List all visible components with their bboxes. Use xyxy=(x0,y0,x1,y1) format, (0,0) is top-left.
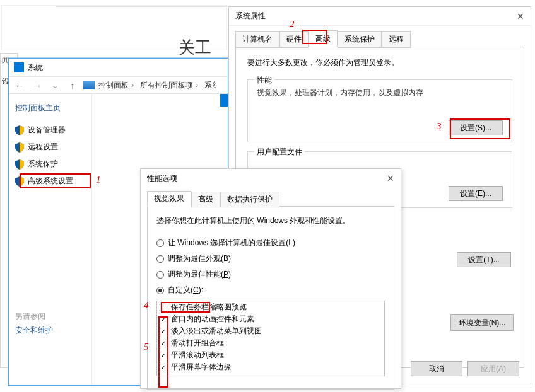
radio-icon xyxy=(156,287,164,294)
window-title: 系统属性 xyxy=(235,11,266,21)
radio-best-performance[interactable]: 调整为最佳性能(P) xyxy=(156,269,385,280)
check-label: 平滑滚动列表框 xyxy=(171,350,224,360)
check-label: 平滑屏幕字体边缘 xyxy=(171,362,232,372)
group-desc: 视觉效果，处理器计划，内存使用，以及虚拟内存 xyxy=(257,88,503,98)
check-label: 窗口内的动画控件和元素 xyxy=(171,314,254,325)
sidebar-item-device-manager[interactable]: 设备管理器 xyxy=(15,125,85,135)
performance-options-window: 性能选项 ✕ 视觉效果 高级 数据执行保护 选择你想在此计算机上使用的 Wind… xyxy=(140,168,401,389)
radio-custom[interactable]: 自定义(C): xyxy=(156,285,385,296)
check-label: 淡入淡出或滑动菜单到视图 xyxy=(171,326,262,337)
tab-computer-name[interactable]: 计算机名 xyxy=(235,31,279,48)
back-button[interactable]: ← xyxy=(13,78,26,92)
apply-button[interactable]: 应用(A) xyxy=(467,361,519,376)
radio-icon xyxy=(156,255,164,263)
dialog-buttons: 取消 应用(A) xyxy=(411,361,519,376)
annotation-5: 5 xyxy=(144,342,149,352)
radio-label: 调整为最佳外观(B) xyxy=(168,253,231,264)
sidebar-item-label: 远程设置 xyxy=(28,142,58,153)
check-label: 滑动打开组合框 xyxy=(171,338,224,349)
sidebar-title[interactable]: 控制面板主页 xyxy=(15,103,85,113)
annotation-3: 3 xyxy=(437,121,442,132)
security-maintenance-link[interactable]: 安全和维护 xyxy=(15,325,53,336)
tab-visual-effects[interactable]: 视觉效果 xyxy=(147,191,191,207)
tab-protection[interactable]: 系统保护 xyxy=(338,31,382,48)
group-title: 用户配置文件 xyxy=(254,147,305,158)
tab-row: 视觉效果 高级 数据执行保护 xyxy=(141,188,401,206)
sidebar-item-label: 设备管理器 xyxy=(28,125,66,135)
crumb-root[interactable]: 控制面板 xyxy=(98,80,136,91)
tab-content: 选择你想在此计算机上使用的 Windows 外观和性能设置。 让 Windows… xyxy=(147,206,394,390)
crumb-mid[interactable]: 所有控制面板项 xyxy=(140,80,201,91)
prompt-text: 选择你想在此计算机上使用的 Windows 外观和性能设置。 xyxy=(156,216,385,226)
shield-icon xyxy=(15,159,24,170)
radio-icon xyxy=(156,239,164,247)
sidebar: 控制面板主页 设备管理器 远程设置 系统保护 高级系统设置 另请参阅 安全和维护 xyxy=(9,94,92,385)
see-also-heading: 另请参阅 xyxy=(15,311,45,322)
environment-variables-button[interactable]: 环境变量(N)... xyxy=(450,314,514,331)
admin-note: 要进行大多数更改，你必须作为管理员登录。 xyxy=(247,57,512,68)
annotation-2: 2 xyxy=(290,19,295,30)
check-item-animate-controls[interactable]: 窗口内的动画控件和元素 xyxy=(157,313,384,325)
titlebar: 系统 xyxy=(9,59,228,76)
radio-let-windows[interactable]: 让 Windows 选择计算机的最佳设置(L) xyxy=(156,238,385,248)
system-icon xyxy=(14,62,24,72)
shield-icon xyxy=(15,125,24,135)
up-button[interactable]: ↑ xyxy=(66,78,79,92)
sidebar-item-label: 系统保护 xyxy=(28,159,58,170)
settings-button-startup[interactable]: 设置(T)... xyxy=(457,252,511,267)
titlebar: 系统属性 ✕ xyxy=(229,7,531,26)
highlight-1 xyxy=(20,173,91,188)
check-item-slide-combo[interactable]: 滑动打开组合框 xyxy=(157,337,384,349)
check-item-smooth-fonts[interactable]: 平滑屏幕字体边缘 xyxy=(157,361,384,373)
location-icon xyxy=(83,81,95,89)
bg-divider xyxy=(56,6,226,7)
titlebar: 性能选项 ✕ xyxy=(141,169,401,188)
close-button[interactable]: ✕ xyxy=(387,173,394,183)
tab-row: 计算机名 硬件 高级 系统保护 远程 xyxy=(229,26,531,47)
history-caret[interactable]: ⌄ xyxy=(48,78,62,92)
radio-icon xyxy=(156,271,164,279)
shield-icon xyxy=(15,142,24,153)
tab-advanced[interactable]: 高级 xyxy=(191,192,220,207)
window-title: 系统 xyxy=(28,62,43,73)
settings-button-userprofile[interactable]: 设置(E)... xyxy=(449,186,503,201)
bg-about-text: 关工 xyxy=(179,37,211,59)
radio-label: 让 Windows 选择计算机的最佳设置(L) xyxy=(168,238,295,248)
sidebar-item-remote[interactable]: 远程设置 xyxy=(15,142,85,153)
radio-best-appearance[interactable]: 调整为最佳外观(B) xyxy=(156,253,385,264)
highlight-4 xyxy=(161,302,210,313)
tab-dep[interactable]: 数据执行保护 xyxy=(220,192,279,207)
crumb-leaf[interactable]: 系纟 xyxy=(204,80,220,91)
group-title: 性能 xyxy=(254,75,274,86)
highlight-5 xyxy=(158,316,168,388)
highlight-3 xyxy=(450,118,510,139)
nav-bar: ← → ⌄ ↑ 控制面板 所有控制面板项 系纟 xyxy=(9,76,228,94)
check-item-smooth-scroll[interactable]: 平滑滚动列表框 xyxy=(157,349,384,361)
radio-label: 调整为最佳性能(P) xyxy=(168,269,231,280)
annotation-4: 4 xyxy=(144,300,149,311)
check-item-fade-menus[interactable]: 淡入淡出或滑动菜单到视图 xyxy=(157,325,384,337)
close-button[interactable]: ✕ xyxy=(499,11,524,21)
window-title: 性能选项 xyxy=(147,173,177,184)
annotation-1: 1 xyxy=(96,175,101,185)
tab-remote[interactable]: 远程 xyxy=(382,31,411,48)
highlight-2 xyxy=(302,30,327,44)
radio-label: 自定义(C): xyxy=(168,285,203,296)
logo-strip xyxy=(220,94,228,107)
sidebar-item-protection[interactable]: 系统保护 xyxy=(15,159,85,170)
cancel-button[interactable]: 取消 xyxy=(411,361,462,376)
forward-button[interactable]: → xyxy=(30,78,44,92)
